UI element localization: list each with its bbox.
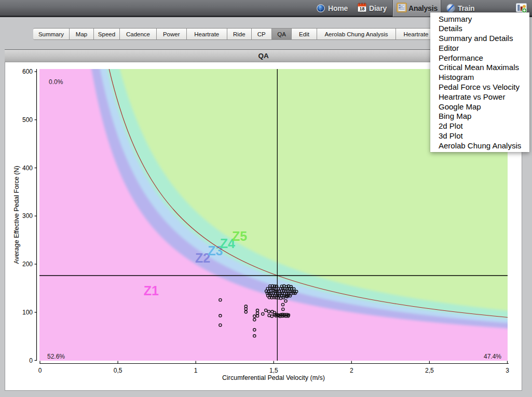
svg-text:47.4%: 47.4% [484, 353, 501, 360]
svg-text:100: 100 [22, 309, 33, 316]
svg-text:1,5: 1,5 [269, 367, 278, 374]
svg-text:0: 0 [38, 367, 42, 374]
svg-text:500: 500 [22, 116, 33, 124]
svg-text:0: 0 [29, 357, 33, 364]
svg-text:Circumferential Pedal Velocity: Circumferential Pedal Velocity (m/s) [222, 374, 325, 381]
svg-text:52.6%: 52.6% [47, 353, 65, 360]
svg-text:1: 1 [194, 367, 198, 374]
svg-text:2: 2 [350, 367, 353, 374]
svg-text:3: 3 [506, 367, 509, 374]
svg-text:0.0%: 0.0% [49, 78, 63, 86]
svg-text:Average Effective Pedal Force: Average Effective Pedal Force (N) [13, 166, 20, 264]
svg-text:2,5: 2,5 [425, 367, 434, 374]
svg-text:18: 18 [359, 6, 364, 11]
svg-text:Z1: Z1 [144, 283, 159, 298]
svg-text:Z5: Z5 [232, 229, 247, 243]
svg-text:600: 600 [22, 68, 33, 75]
svg-text:300: 300 [22, 212, 33, 220]
svg-text:200: 200 [22, 261, 33, 268]
svg-text:400: 400 [22, 165, 33, 172]
svg-text:0,5: 0,5 [114, 367, 122, 374]
